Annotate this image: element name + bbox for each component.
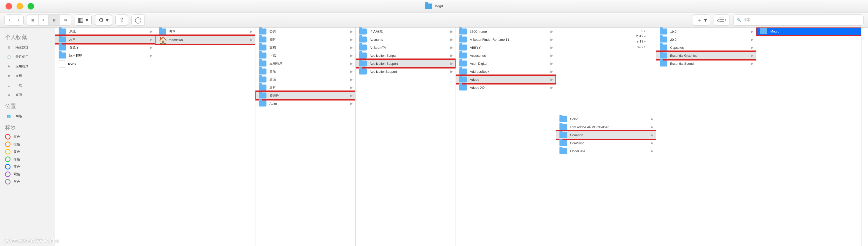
- list-item[interactable]: Adobe XD▸: [456, 83, 556, 92]
- list-item[interactable]: 应用程序▸: [255, 60, 355, 68]
- list-item[interactable]: Adlm▸: [255, 100, 355, 107]
- tag-label: 黄色: [13, 149, 20, 154]
- sidebar-item[interactable]: ◎隔空投送: [0, 42, 55, 52]
- list-item[interactable]: 资源库▸: [255, 92, 355, 100]
- list-item[interactable]: Application Scripts▸: [355, 51, 456, 60]
- sidebar-tag[interactable]: 黄色: [0, 148, 55, 155]
- list-item[interactable]: 应用程序▸: [55, 51, 155, 60]
- action-button[interactable]: ⚙ ▾: [95, 14, 112, 26]
- sidebar-label: 桌面: [16, 93, 22, 97]
- list-item[interactable]: Common▸: [556, 131, 656, 139]
- sidebar-locations-header: 位置: [0, 100, 55, 111]
- tag-dot-icon: [5, 164, 10, 170]
- list-item[interactable]: AirBeamTV▸: [355, 43, 456, 51]
- new-button[interactable]: ＋ ▾: [693, 14, 710, 26]
- view-icons-button[interactable]: ▦: [27, 15, 38, 25]
- item-label: ApplicationSupport: [370, 70, 448, 73]
- sidebar-item[interactable]: 🖥桌面: [0, 90, 55, 100]
- minimize-window-button[interactable]: [17, 3, 23, 9]
- sidebar-item[interactable]: 🌐网络: [0, 111, 55, 121]
- sidebar-tag[interactable]: 绿色: [0, 155, 55, 163]
- folder-icon: [459, 84, 467, 91]
- sidebar-item[interactable]: ⤓下载: [0, 80, 55, 90]
- list-item[interactable]: Application Support▸: [355, 60, 456, 68]
- list-item[interactable]: Accounts▸: [355, 35, 456, 43]
- folder-icon: [259, 69, 267, 74]
- list-item[interactable]: CoreSync▸: [556, 139, 656, 147]
- list-item[interactable]: Adobe▸: [456, 75, 556, 83]
- fullscreen-window-button[interactable]: [28, 3, 34, 9]
- folder-icon: [660, 36, 667, 42]
- list-item[interactable]: 🏠macdown▸: [155, 35, 255, 44]
- list-item[interactable]: ABBYY▸: [456, 43, 556, 51]
- list-item[interactable]: 用户▸: [55, 35, 155, 43]
- folder-icon: [259, 44, 267, 50]
- list-item[interactable]: 20.0▸: [656, 35, 756, 43]
- folder-icon: [660, 29, 667, 35]
- sidebar-tag[interactable]: 灰色: [0, 178, 55, 185]
- item-label: 文稿: [270, 45, 348, 50]
- list-item[interactable]: Mogrt: [756, 28, 861, 35]
- list-item[interactable]: hosts: [55, 60, 155, 69]
- list-item[interactable]: FloodGate▸: [556, 147, 656, 155]
- forward-button[interactable]: ›: [14, 15, 23, 25]
- view-columns-button[interactable]: ▥: [49, 15, 60, 25]
- list-item[interactable]: 共享▸: [155, 28, 255, 35]
- item-label: Accounts: [370, 38, 448, 41]
- item-label: Mogrt: [770, 30, 859, 33]
- list-item[interactable]: 文稿▸: [255, 43, 355, 51]
- list-item[interactable]: 图片▸: [255, 35, 355, 43]
- back-button[interactable]: ‹: [5, 15, 14, 25]
- list-item[interactable]: Capsules▸: [656, 43, 756, 51]
- sidebar-tag[interactable]: 蓝色: [0, 163, 55, 171]
- list-item[interactable]: nate ▸: [556, 44, 646, 49]
- list-item[interactable]: AddressBook▸: [456, 68, 556, 75]
- sidebar-item[interactable]: 🗎文稿: [0, 71, 55, 80]
- sidebar-label: 隔空投送: [16, 45, 29, 49]
- close-window-button[interactable]: [5, 3, 12, 9]
- list-item[interactable]: 系统▸: [55, 28, 155, 35]
- list-item[interactable]: ApplicationSupport▸: [355, 68, 456, 75]
- list-item[interactable]: 桌面▸: [255, 75, 355, 83]
- list-item[interactable]: 影片▸: [255, 83, 355, 92]
- window-title: Mogrt: [425, 3, 443, 9]
- list-item[interactable]: Accusonus▸: [456, 51, 556, 60]
- list-item[interactable]: Essential Sound▸: [656, 60, 756, 68]
- sidebar-label: 应用程序: [16, 64, 29, 69]
- list-item[interactable]: com.adobe.ARMDCHelper▸: [556, 123, 656, 131]
- folder-icon: [259, 93, 267, 99]
- search-field[interactable]: 🔍 搜索: [733, 14, 864, 26]
- list-item[interactable]: 360Chrome▸: [456, 28, 556, 35]
- column: 系统▸用户▸资源库▸应用程序▸hosts: [55, 28, 155, 246]
- list-item[interactable]: Essential Graphics▸: [656, 51, 756, 60]
- chevron-right-icon: ▸: [150, 52, 153, 59]
- sidebar-item[interactable]: 🕘最近使用: [0, 52, 55, 62]
- tag-dot-icon: [5, 141, 10, 147]
- list-item[interactable]: Color▸: [556, 115, 656, 123]
- list-item[interactable]: 2019 ▸: [556, 34, 646, 39]
- list-item[interactable]: Acon Digital▸: [456, 60, 556, 68]
- arrange-button[interactable]: ‹☰›: [714, 14, 730, 26]
- list-item[interactable]: 资源库▸: [55, 43, 155, 51]
- view-gallery-button[interactable]: ▭: [60, 15, 71, 25]
- item-label: 19.0: [670, 30, 749, 34]
- list-item[interactable]: A Better Finder Rename 11▸: [456, 35, 556, 43]
- list-item[interactable]: s 18 ▸: [556, 39, 646, 44]
- list-item[interactable]: 下载▸: [255, 51, 355, 60]
- sidebar-icon: A: [5, 63, 12, 70]
- list-item[interactable]: 音乐▸: [255, 68, 355, 75]
- share-button[interactable]: ⇪: [116, 14, 128, 26]
- list-item[interactable]: 0 ▸: [556, 28, 646, 34]
- group-button[interactable]: ▦ ▾: [74, 14, 92, 26]
- file-icon: [59, 60, 65, 68]
- folder-icon: [259, 61, 267, 67]
- edit-tags-button[interactable]: ◯: [131, 14, 145, 26]
- sidebar-tag[interactable]: 紫色: [0, 171, 55, 178]
- list-item[interactable]: 公共▸: [255, 28, 355, 35]
- list-item[interactable]: 个人收藏▸: [355, 28, 456, 35]
- view-list-button[interactable]: ≡: [38, 15, 49, 25]
- sidebar-tag[interactable]: 橙色: [0, 141, 55, 148]
- sidebar-item[interactable]: A应用程序: [0, 62, 55, 71]
- list-item[interactable]: 19.0▸: [656, 28, 756, 35]
- sidebar-tag[interactable]: 红色: [0, 133, 55, 141]
